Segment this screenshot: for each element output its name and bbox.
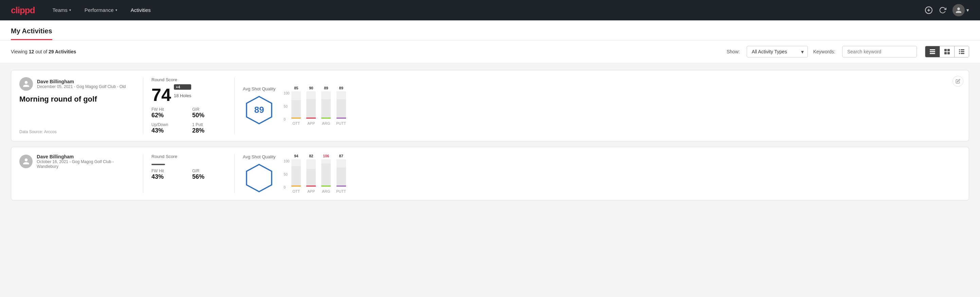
card-divider-2 bbox=[234, 77, 235, 134]
user-name-date: Dave Billingham December 05, 2021 - Gog … bbox=[37, 79, 126, 89]
user-chevron-icon: ▾ bbox=[966, 7, 969, 13]
card-left: Dave Billingham December 05, 2021 - Gog … bbox=[19, 77, 135, 134]
arg-label: ARG bbox=[322, 121, 330, 125]
stats-grid: FW Hit 62% GIR 50% Up/Down 43% 1 Putt 28… bbox=[151, 107, 226, 134]
add-button[interactable] bbox=[925, 6, 933, 14]
app-bar bbox=[306, 91, 316, 118]
arg-value: 89 bbox=[324, 86, 328, 90]
gir-stat: GIR 50% bbox=[192, 107, 226, 119]
round-score-label-2: Round Score bbox=[151, 154, 226, 159]
y-label-100: 100 bbox=[284, 91, 290, 95]
y-label-50: 50 bbox=[284, 105, 290, 109]
svg-rect-6 bbox=[944, 49, 947, 51]
app-value: 90 bbox=[309, 86, 313, 90]
bar-group-arg-2: 106 ARG bbox=[321, 154, 331, 193]
app-value-2: 82 bbox=[309, 154, 313, 158]
ott-value: 85 bbox=[294, 86, 298, 90]
fw-hit-value-2: 43% bbox=[151, 173, 185, 180]
arg-bar-2 bbox=[321, 160, 331, 187]
round-score-label: Round Score bbox=[151, 77, 226, 82]
hex-container: 89 bbox=[244, 95, 274, 125]
svg-rect-10 bbox=[959, 49, 960, 50]
svg-rect-14 bbox=[959, 53, 960, 54]
svg-rect-12 bbox=[959, 51, 960, 52]
y-label-0: 0 bbox=[284, 118, 290, 121]
quality-section: Avg Shot Quality 89 100 50 0 bbox=[243, 77, 961, 134]
keyword-input[interactable] bbox=[842, 46, 917, 57]
ott-bar bbox=[291, 91, 301, 118]
bar-group-arg: 89 ARG bbox=[321, 86, 331, 125]
bar-group-ott-2: 94 OTT bbox=[291, 154, 301, 193]
refresh-button[interactable] bbox=[939, 6, 947, 14]
quality-section-2: Avg Shot Quality 100 50 0 bbox=[243, 154, 961, 193]
card-left-2: Dave Billingham October 16, 2021 - Gog M… bbox=[19, 154, 135, 193]
page-header: My Activities bbox=[0, 21, 980, 40]
svg-rect-15 bbox=[961, 53, 964, 54]
fw-hit-stat-2: FW Hit 43% bbox=[151, 169, 185, 180]
one-putt-stat: 1 Putt 28% bbox=[192, 122, 226, 134]
quality-hex-wrapper-2: Avg Shot Quality bbox=[243, 154, 276, 193]
svg-rect-7 bbox=[947, 49, 950, 51]
view-list-button[interactable] bbox=[955, 46, 969, 57]
putt-bar-2 bbox=[337, 160, 346, 187]
round-score-section-2: Round Score FW Hit 43% GIR 56% bbox=[151, 154, 226, 193]
view-grid-button[interactable] bbox=[940, 46, 955, 57]
bar-group-app: 90 APP bbox=[306, 86, 316, 125]
bar-groups-2: 94 OTT 82 APP bbox=[291, 154, 346, 193]
bar-groups: 85 OTT 90 APP bbox=[291, 86, 346, 125]
filter-bar: Viewing 12 out of 29 Activities Show: Al… bbox=[0, 40, 980, 63]
svg-marker-17 bbox=[247, 164, 272, 192]
one-putt-label: 1 Putt bbox=[192, 122, 226, 127]
hexagon-icon-2 bbox=[244, 163, 274, 193]
view-list-detail-button[interactable] bbox=[925, 46, 940, 57]
round-score-value: 74 bbox=[151, 86, 171, 104]
ott-label: OTT bbox=[293, 121, 300, 125]
page-title: My Activities bbox=[11, 21, 52, 40]
nav-icons: ▾ bbox=[925, 4, 969, 16]
quality-title-2: Avg Shot Quality bbox=[243, 154, 276, 160]
view-toggle bbox=[925, 46, 969, 57]
activity-card: Dave Billingham December 05, 2021 - Gog … bbox=[11, 70, 969, 141]
logo[interactable]: clippd bbox=[11, 5, 35, 16]
user-menu-button[interactable]: ▾ bbox=[953, 4, 969, 16]
fw-hit-label-2: FW Hit bbox=[151, 169, 185, 173]
gir-label: GIR bbox=[192, 107, 226, 112]
nav-teams[interactable]: Teams ▾ bbox=[51, 0, 72, 21]
nav-performance[interactable]: Performance ▾ bbox=[83, 0, 119, 21]
user-name: Dave Billingham bbox=[37, 79, 126, 84]
edit-button[interactable] bbox=[953, 76, 963, 87]
svg-rect-9 bbox=[947, 52, 950, 54]
putt-label-2: PUTT bbox=[336, 189, 346, 193]
user-name-2: Dave Billingham bbox=[37, 154, 135, 160]
bar-group-ott: 85 OTT bbox=[291, 86, 301, 125]
activity-card-2: Dave Billingham October 16, 2021 - Gog M… bbox=[11, 147, 969, 201]
app-label-2: APP bbox=[307, 189, 315, 193]
svg-rect-11 bbox=[961, 49, 964, 50]
ott-value-2: 94 bbox=[294, 154, 298, 158]
data-source: Data Source: Arccos bbox=[19, 129, 135, 134]
score-badge: +4 bbox=[174, 84, 191, 90]
putt-value-2: 87 bbox=[339, 154, 343, 158]
svg-rect-5 bbox=[930, 53, 935, 54]
bar-group-app-2: 82 APP bbox=[306, 154, 316, 193]
y-axis-2: 100 50 0 bbox=[284, 160, 290, 189]
activities-list: Dave Billingham December 05, 2021 - Gog … bbox=[0, 63, 980, 207]
user-name-date-2: Dave Billingham October 16, 2021 - Gog M… bbox=[37, 154, 135, 169]
activity-date: December 05, 2021 - Gog Magog Golf Club … bbox=[37, 84, 126, 89]
fw-hit-label: FW Hit bbox=[151, 107, 185, 112]
app-bar-2 bbox=[306, 160, 316, 187]
putt-value: 89 bbox=[339, 86, 343, 90]
bar-group-putt: 89 PUTT bbox=[336, 86, 346, 125]
putt-label: PUTT bbox=[336, 121, 346, 125]
round-score-section: Round Score 74 +4 18 Holes FW Hit 62% GI… bbox=[151, 77, 226, 134]
activity-type-select[interactable]: All Activity Types bbox=[747, 46, 808, 57]
arg-value-2: 106 bbox=[323, 154, 329, 158]
nav-activities[interactable]: Activities bbox=[129, 0, 152, 21]
svg-rect-8 bbox=[944, 52, 947, 54]
quality-title: Avg Shot Quality bbox=[243, 86, 276, 91]
teams-chevron-icon: ▾ bbox=[69, 8, 71, 12]
avatar bbox=[953, 4, 965, 16]
y-label-50-2: 50 bbox=[284, 172, 290, 176]
one-putt-value: 28% bbox=[192, 127, 226, 134]
stats-grid-2: FW Hit 43% GIR 56% bbox=[151, 169, 226, 180]
